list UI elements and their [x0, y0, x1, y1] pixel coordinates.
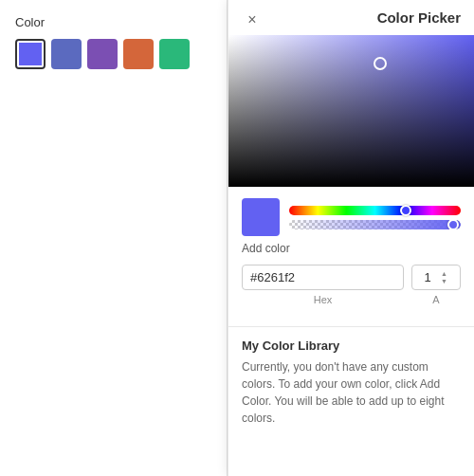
sliders-row [242, 198, 461, 236]
sliders-column [289, 206, 461, 229]
swatch-4[interactable] [123, 39, 154, 69]
add-color-label[interactable]: Add color [242, 242, 290, 255]
left-panel: Color [0, 0, 228, 476]
alpha-handle[interactable] [447, 220, 459, 229]
color-swatches [15, 39, 211, 69]
library-title: My Color Library [242, 339, 461, 353]
color-label: Color [15, 15, 211, 29]
picker-header: × Color Picker [228, 0, 474, 35]
hex-input[interactable] [250, 270, 395, 284]
divider [228, 326, 474, 327]
alpha-input[interactable] [416, 270, 439, 284]
swatch-3[interactable] [87, 39, 118, 69]
library-empty-text: Currently, you don't have any custom col… [242, 358, 461, 427]
alpha-spinner[interactable]: ▲ ▼ [441, 270, 447, 284]
gradient-handle[interactable] [374, 57, 387, 70]
add-color-row: Add color [242, 242, 461, 255]
preview-swatch [242, 198, 280, 236]
alpha-input-wrap[interactable]: ▲ ▼ [411, 265, 461, 290]
controls-area: Add color ▲ ▼ Hex A [228, 187, 474, 322]
hex-alpha-inputs: ▲ ▼ [242, 265, 461, 290]
hex-input-wrap[interactable] [242, 265, 404, 290]
picker-title: Color Picker [377, 9, 461, 26]
swatch-5[interactable] [159, 39, 190, 69]
gradient-picker[interactable] [228, 35, 474, 187]
swatch-2[interactable] [51, 39, 82, 69]
hex-label: Hex [242, 294, 404, 305]
alpha-gradient [289, 220, 461, 229]
color-picker-panel: × Color Picker A [228, 0, 474, 476]
spinner-up[interactable]: ▲ [441, 270, 447, 277]
alpha-slider[interactable] [289, 220, 461, 229]
swatch-1[interactable] [15, 39, 46, 69]
input-labels: Hex A [242, 294, 461, 305]
spinner-down[interactable]: ▼ [441, 278, 447, 284]
hue-handle[interactable] [400, 205, 411, 216]
library-section: My Color Library Currently, you don't ha… [228, 331, 474, 434]
hue-slider[interactable] [289, 206, 461, 215]
alpha-label: A [411, 294, 461, 305]
close-button[interactable]: × [242, 9, 263, 30]
